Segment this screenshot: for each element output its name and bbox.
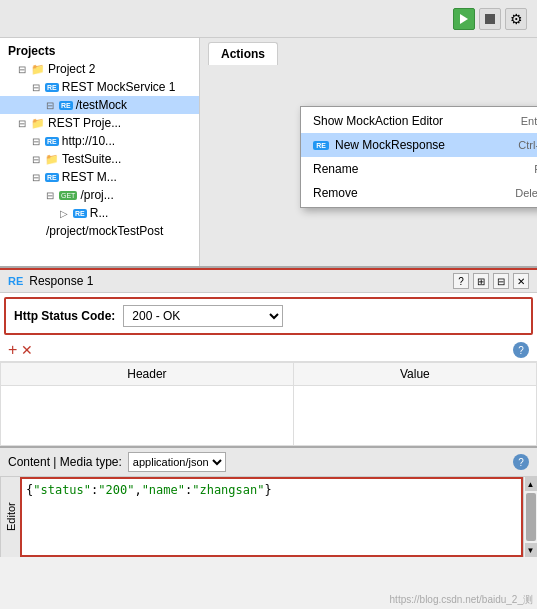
tree-item-label: REST Proje... [48,116,121,130]
tree-item-http[interactable]: ⊟ RE http://10... [0,132,199,150]
help-button[interactable]: ? [453,273,469,289]
play-button[interactable] [453,8,475,30]
rest-m-icon: RE [45,173,59,182]
expand-icon-6: ⊟ [32,154,40,165]
expand-icon-7: ⊟ [32,172,40,183]
editor-area: Editor {"status":"200","name":"zhangsan"… [0,477,537,557]
header-col: Header [1,363,294,386]
folder-icon-2: 📁 [31,117,45,130]
new-mock-label: RE New MockResponse [313,138,445,152]
tree-item-mockTestPost[interactable]: /project/mockTestPost [0,222,199,240]
get-badge: GET [59,191,77,200]
r-icon: RE [73,209,87,218]
response-title-bar: RE Response 1 [8,274,93,288]
add-header-button[interactable]: + [8,342,17,358]
json-comma: , [134,483,141,497]
json-status-key: "status" [33,483,91,497]
tree-item-label: /proj... [80,188,113,202]
tree-item-rest-project[interactable]: ⊟ 📁 REST Proje... [0,114,199,132]
headers-table: Header Value [0,362,537,446]
content-label: Content | Media type: [8,455,122,469]
actions-tab[interactable]: Actions [208,42,278,65]
tree-item-rest-m[interactable]: ⊟ RE REST M... [0,168,199,186]
tree-item-label: TestSuite... [62,152,121,166]
tree-item-label: REST MockService 1 [62,80,176,94]
expand-icon: ⊟ [18,64,26,75]
response-controls: ? ⊞ ⊟ ✕ [453,273,529,289]
toolbar-controls: ⚙ [453,8,527,30]
tree-item-get-proj[interactable]: ⊟ GET /proj... [0,186,199,204]
rest-service-icon: RE [45,83,59,92]
stop-button[interactable] [479,8,501,30]
empty-value-cell [293,386,536,446]
value-col: Value [293,363,536,386]
tree-item-label: /project/mockTestPost [46,224,163,238]
expand-button[interactable]: ⊞ [473,273,489,289]
close-button[interactable]: ✕ [513,273,529,289]
remove-shortcut: Delete [515,187,537,199]
http-status-select[interactable]: 200 - OK [123,305,283,327]
response-title: Response 1 [29,274,93,288]
show-mock-label: Show MockAction Editor [313,114,443,128]
context-menu-item-rename[interactable]: Rename F2 [301,157,537,181]
empty-row [1,386,537,446]
expand-icon-3: ⊟ [46,100,54,111]
json-status-value: "200" [98,483,134,497]
expand-icon-5: ⊟ [32,136,40,147]
gear-button[interactable]: ⚙ [505,8,527,30]
tree-item-testsuite[interactable]: ⊟ 📁 TestSuite... [0,150,199,168]
project-tree: Projects ⊟ 📁 Project 2 ⊟ RE REST MockSer… [0,38,200,266]
folder-icon: 📁 [31,63,45,76]
http-icon: RE [45,137,59,146]
tree-item-rest-mock-service[interactable]: ⊟ RE REST MockService 1 [0,78,199,96]
json-name-value: "zhangsan" [192,483,264,497]
scroll-thumb[interactable] [526,493,536,541]
headers-help-button[interactable]: ? [513,342,529,358]
scroll-up-button[interactable]: ▲ [525,477,537,491]
float-button[interactable]: ⊟ [493,273,509,289]
context-menu-item-show-mock-action[interactable]: Show MockAction Editor Enter [301,109,537,133]
remove-label: Remove [313,186,358,200]
editor-label: Editor [0,477,20,557]
http-status-bar: Http Status Code: 200 - OK [4,297,533,335]
response-header: RE Response 1 ? ⊞ ⊟ ✕ [0,270,537,293]
main-layout: Projects ⊟ 📁 Project 2 ⊟ RE REST MockSer… [0,38,537,268]
new-mock-shortcut: Ctrl-N [518,139,537,151]
tree-item-label: Project 2 [48,62,95,76]
remove-header-button[interactable]: ✕ [21,343,33,357]
bottom-area: Content | Media type: application/json ?… [0,446,537,557]
projects-title: Projects [0,42,199,60]
context-menu: Show MockAction Editor Enter RE New Mock… [300,106,537,208]
watermark: https://blog.csdn.net/baidu_2_测 [390,593,533,607]
expand-icon-2: ⊟ [32,82,40,93]
empty-header-cell [1,386,294,446]
scroll-down-button[interactable]: ▼ [525,543,537,557]
http-status-label: Http Status Code: [14,309,115,323]
json-close-brace: } [264,483,271,497]
tree-item-testmock[interactable]: ⊟ RE /testMock [0,96,199,114]
context-menu-item-new-mock-response[interactable]: RE New MockResponse Ctrl-N [301,133,537,157]
content-bar: Content | Media type: application/json ? [0,448,537,477]
response-section: RE Response 1 ? ⊞ ⊟ ✕ Http Status Code: … [0,268,537,446]
media-type-select[interactable]: application/json [128,452,226,472]
show-mock-shortcut: Enter [521,115,537,127]
expand-icon-4: ⊟ [18,118,26,129]
expand-icon-9: ▷ [60,208,68,219]
folder-icon-3: 📁 [45,153,59,166]
editor-content[interactable]: {"status":"200","name":"zhangsan"} [20,477,523,557]
headers-table-container: Header Value [0,362,537,446]
editor-scrollbar: ▲ ▼ [523,477,537,557]
expand-icon-8: ⊟ [46,190,54,201]
rename-label: Rename [313,162,358,176]
tree-item-label: /testMock [76,98,127,112]
content-help-button[interactable]: ? [513,454,529,470]
json-name-key: "name" [142,483,185,497]
testmock-icon: RE [59,101,73,110]
tree-item-label: REST M... [62,170,117,184]
context-menu-item-remove[interactable]: Remove Delete [301,181,537,205]
tree-item-r[interactable]: ▷ RE R... [0,204,199,222]
response-title-icon: RE [8,275,23,287]
menu-re-icon: RE [313,141,329,150]
tree-item-label: http://10... [62,134,115,148]
tree-item-project2[interactable]: ⊟ 📁 Project 2 [0,60,199,78]
